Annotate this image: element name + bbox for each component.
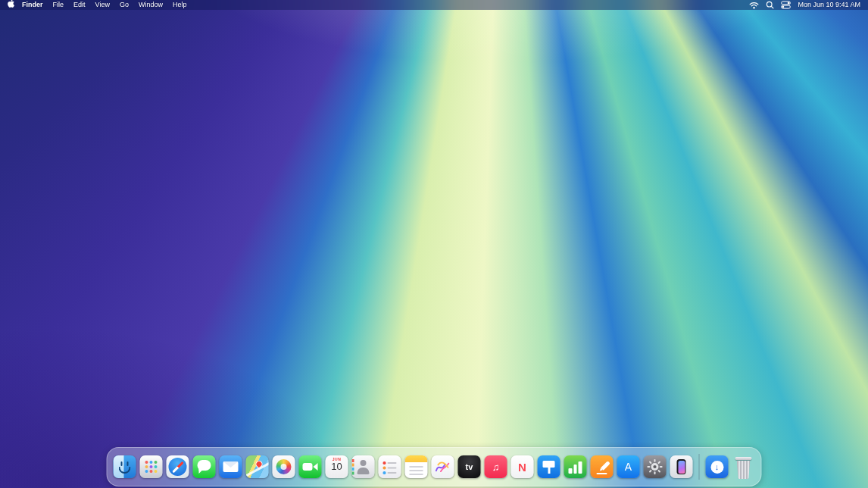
dock-icon-calendar[interactable]: JUN 10 <box>326 455 348 478</box>
download-arrow-icon: ↓ <box>715 463 720 471</box>
control-center-icon[interactable] <box>781 1 791 9</box>
contacts-tabs-icon <box>352 459 354 462</box>
wifi-icon[interactable] <box>749 2 759 9</box>
dock-icon-finder[interactable] <box>114 455 136 478</box>
dock-icon-facetime[interactable] <box>299 455 322 478</box>
dock-icon-launchpad[interactable] <box>140 455 163 478</box>
dock-icon-messages[interactable] <box>193 455 216 478</box>
menu-item-file[interactable]: File <box>53 0 64 10</box>
dock-icon-iphone-mirroring[interactable] <box>670 455 693 478</box>
dock-icon-system-settings[interactable] <box>644 455 667 478</box>
dock-icon-mail[interactable] <box>220 455 242 478</box>
menu-item-go[interactable]: Go <box>120 0 129 10</box>
dock-separator <box>699 454 700 480</box>
dock-icon-photos[interactable] <box>273 455 295 478</box>
apple-menu[interactable] <box>8 0 14 11</box>
pages-pen-icon <box>601 461 610 471</box>
dock-icon-music[interactable]: ♫ <box>485 455 507 478</box>
dock-icon-downloads[interactable]: ↓ <box>706 455 729 478</box>
calendar-day-label: 10 <box>331 461 342 473</box>
apple-logo-icon <box>8 0 14 11</box>
dock-icon-pages[interactable] <box>591 455 614 478</box>
menu-item-view[interactable]: View <box>95 0 110 10</box>
desktop-wallpaper <box>0 0 868 488</box>
music-note-icon: ♫ <box>492 462 500 472</box>
dock-icon-keynote[interactable] <box>538 455 560 478</box>
dock-icon-news[interactable]: N <box>511 455 534 478</box>
trash-rim-icon <box>735 457 752 460</box>
menu-bar-clock[interactable]: Mon Jun 10 9:41 AM <box>798 0 860 10</box>
menu-item-edit[interactable]: Edit <box>73 0 86 10</box>
dock-icon-tv[interactable]: tv <box>458 455 481 478</box>
trash-basket-icon <box>736 461 751 479</box>
launchpad-grid-icon <box>145 461 148 464</box>
dock-icon-trash[interactable] <box>732 455 755 479</box>
dock: JUN 10 tv ♫ N A <box>107 447 762 486</box>
dock-icon-reminders[interactable] <box>379 455 401 478</box>
dock-icon-contacts[interactable] <box>352 455 375 478</box>
numbers-chart-icon <box>579 461 582 474</box>
freeform-squiggle-icon <box>433 457 453 477</box>
iphone-icon <box>677 459 686 474</box>
dock-icon-notes[interactable] <box>405 455 428 478</box>
app-menu-title[interactable]: Finder <box>22 0 43 10</box>
safari-compass-icon <box>169 458 187 476</box>
spotlight-search-icon[interactable] <box>766 1 774 9</box>
dock-icon-maps[interactable] <box>246 455 269 478</box>
maps-pin-icon <box>254 459 264 469</box>
menu-item-help[interactable]: Help <box>173 0 187 10</box>
news-n-glyph: N <box>518 461 526 473</box>
app-store-a-glyph: A <box>625 461 632 472</box>
downloads-circle-icon: ↓ <box>710 461 723 474</box>
finder-face-icon <box>121 461 123 466</box>
dock-icon-safari[interactable] <box>167 455 189 478</box>
photos-flower-icon <box>276 459 292 474</box>
desktop: Finder File Edit View Go Window Help <box>0 0 868 488</box>
dock-icon-numbers[interactable] <box>564 455 587 478</box>
menu-bar: Finder File Edit View Go Window Help <box>0 0 868 10</box>
menu-item-window[interactable]: Window <box>139 0 163 10</box>
tv-wordmark: tv <box>466 463 473 471</box>
dock-icon-app-store[interactable]: A <box>617 455 640 478</box>
gear-icon <box>647 458 663 475</box>
dock-icon-freeform[interactable] <box>432 455 454 478</box>
